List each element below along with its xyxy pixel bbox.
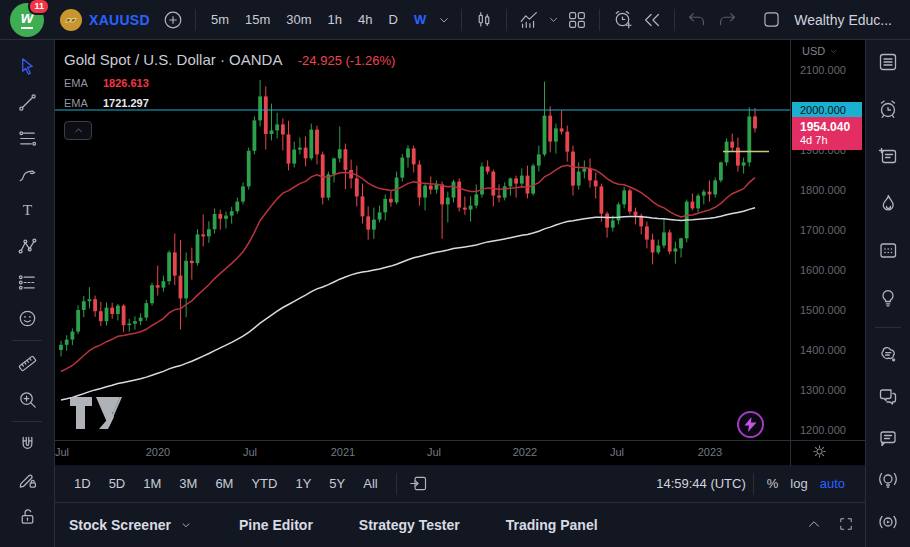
layout-grid-button[interactable] (562, 5, 592, 35)
range-all-button[interactable]: All (356, 473, 384, 494)
legend-title-row[interactable]: Gold Spot / U.S. Dollar · OANDA -24.925 … (64, 48, 395, 73)
ema-slow-row[interactable]: EMA 1721.297 (64, 93, 395, 113)
range-5y-button[interactable]: 5Y (322, 473, 352, 494)
auto-scale-button[interactable]: auto (814, 473, 851, 494)
drawing-mode-lock-button[interactable] (9, 462, 45, 498)
brush-tool-button[interactable] (9, 156, 45, 192)
legend-collapse-button[interactable] (64, 121, 92, 140)
compare-add-symbol-button[interactable] (158, 5, 188, 35)
range-1d-button[interactable]: 1D (67, 473, 98, 494)
pine-editor-tab[interactable]: Pine Editor (239, 517, 313, 533)
chart-style-button[interactable] (469, 5, 499, 35)
ideas-button[interactable] (871, 280, 905, 313)
live-ideas-button[interactable] (871, 463, 905, 496)
price-change-label: -24.925 (-1.26%) (298, 53, 396, 68)
emoji-tool-button[interactable] (9, 300, 45, 336)
forecast-icon (16, 271, 39, 294)
pattern-tool-button[interactable] (9, 228, 45, 264)
range-3m-button[interactable]: 3M (172, 473, 204, 494)
chevron-down-icon (179, 518, 193, 532)
ruler-icon (16, 352, 39, 375)
undo-button[interactable] (682, 5, 712, 35)
trading-panel-tab[interactable]: Trading Panel (506, 517, 598, 533)
percent-scale-button[interactable]: % (761, 473, 785, 494)
messages-button[interactable] (871, 422, 905, 455)
axis-settings-button[interactable] (810, 442, 829, 463)
minds-button[interactable] (871, 338, 905, 371)
axis-corner-divider (790, 441, 791, 466)
trading-panel-label: Trading Panel (506, 517, 598, 533)
svg-text:T: T (22, 201, 32, 218)
watchlist-button[interactable] (871, 46, 905, 79)
bar-replay-button[interactable] (637, 5, 667, 35)
publish-idea-button[interactable] (737, 411, 764, 438)
interval-5m[interactable]: 5m (203, 8, 237, 31)
price-axis[interactable]: USD 2100.0002000.0001900.0001800.0001700… (790, 40, 865, 440)
time-tick: Jul (412, 446, 456, 458)
interval-30m[interactable]: 30m (278, 8, 319, 31)
calendar-button[interactable] (871, 233, 905, 266)
range-5d-button[interactable]: 5D (102, 473, 133, 494)
ema-fast-value: 1826.613 (103, 77, 149, 89)
interval-15m[interactable]: 15m (237, 8, 278, 31)
symbol-title[interactable]: Gold Spot / U.S. Dollar (64, 51, 216, 68)
redo-button[interactable] (712, 5, 742, 35)
range-1m-button[interactable]: 1M (136, 473, 168, 494)
ema-slow-value: 1721.297 (103, 97, 149, 109)
hotlists-button[interactable] (871, 186, 905, 219)
ema-fast-row[interactable]: EMA 1826.613 (64, 73, 395, 93)
indicators-menu-button[interactable] (544, 5, 562, 35)
gold-symbol-icon (60, 9, 82, 31)
chevron-up-icon (805, 515, 823, 533)
maximize-icon (837, 515, 855, 533)
time-tick: 2022 (503, 446, 547, 458)
interval-1w-active[interactable]: W (406, 8, 434, 31)
lock-open-icon (16, 505, 39, 528)
symbol-search-button[interactable]: XAUUSD (52, 5, 158, 35)
chart-pane[interactable]: Gold Spot / U.S. Dollar · OANDA -24.925 … (55, 40, 865, 465)
right-sidebar (865, 40, 910, 547)
panel-expand-button[interactable] (805, 515, 823, 536)
interval-menu-button[interactable] (434, 5, 454, 35)
interval-1h[interactable]: 1h (320, 8, 350, 31)
text-tool-button[interactable]: T (9, 192, 45, 228)
interval-4h[interactable]: 4h (350, 8, 380, 31)
layout-name-label[interactable]: Wealthy Educ... (794, 12, 892, 28)
strategy-tester-tab[interactable]: Strategy Tester (359, 517, 460, 533)
zoom-in-tool-button[interactable] (9, 381, 45, 417)
symbol-label: XAUUSD (89, 12, 150, 28)
measure-tool-button[interactable] (9, 345, 45, 381)
user-menu-button[interactable]: w 11 (10, 3, 44, 37)
fib-retracement-tool-button[interactable] (9, 120, 45, 156)
create-alert-button[interactable] (607, 5, 637, 35)
brush-icon (16, 163, 39, 186)
cursor-tool-button[interactable] (9, 48, 45, 84)
range-ytd-button[interactable]: YTD (244, 473, 284, 494)
forecast-tool-button[interactable] (9, 264, 45, 300)
lock-all-drawings-button[interactable] (9, 498, 45, 534)
stock-screener-tab[interactable]: Stock Screener (69, 517, 193, 533)
indicators-button[interactable] (514, 5, 544, 35)
trend-line-tool-button[interactable] (9, 84, 45, 120)
news-button[interactable] (871, 140, 905, 173)
alerts-button[interactable] (871, 93, 905, 126)
tradingview-watermark (68, 395, 124, 435)
go-to-date-button[interactable] (404, 469, 434, 499)
time-axis[interactable]: Jul2020Jul2021Jul2022Jul2023 (55, 440, 865, 465)
interval-1d[interactable]: D (381, 8, 406, 31)
range-6m-button[interactable]: 6M (208, 473, 240, 494)
chats-button[interactable] (871, 380, 905, 413)
streams-button[interactable] (871, 505, 905, 538)
panel-maximize-button[interactable] (837, 515, 855, 536)
currency-label: USD (802, 45, 825, 57)
redo-arrow-icon (716, 9, 738, 31)
notification-badge: 11 (28, 0, 50, 15)
save-layout-button[interactable] (756, 5, 786, 35)
currency-selector[interactable]: USD (802, 45, 838, 57)
fib-retracement-icon (16, 127, 39, 150)
log-scale-button[interactable]: log (784, 473, 813, 494)
bottom-toolbar: 1D 5D 1M 3M 6M YTD 1Y 5Y All 14:59:44 (U… (55, 465, 865, 502)
clock-label[interactable]: 14:59:44 (UTC) (656, 476, 746, 491)
time-tick: Jul (595, 446, 639, 458)
range-1y-button[interactable]: 1Y (288, 473, 318, 494)
